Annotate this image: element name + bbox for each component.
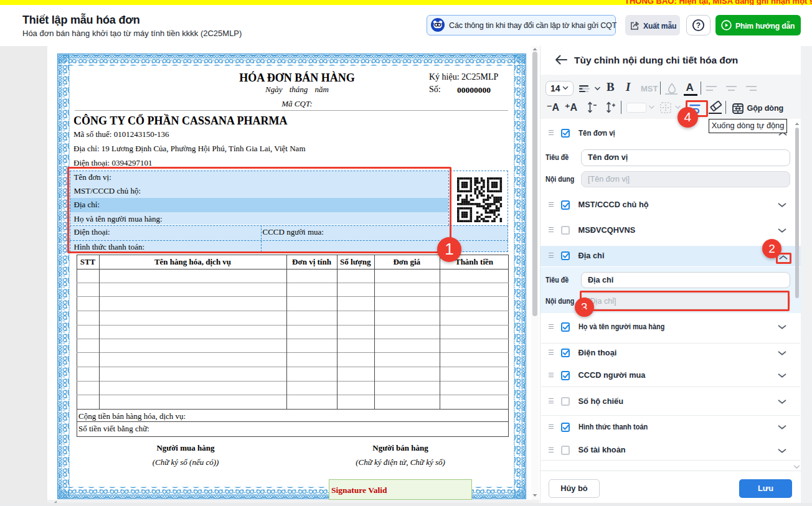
svg-text:?: ? xyxy=(696,21,701,30)
